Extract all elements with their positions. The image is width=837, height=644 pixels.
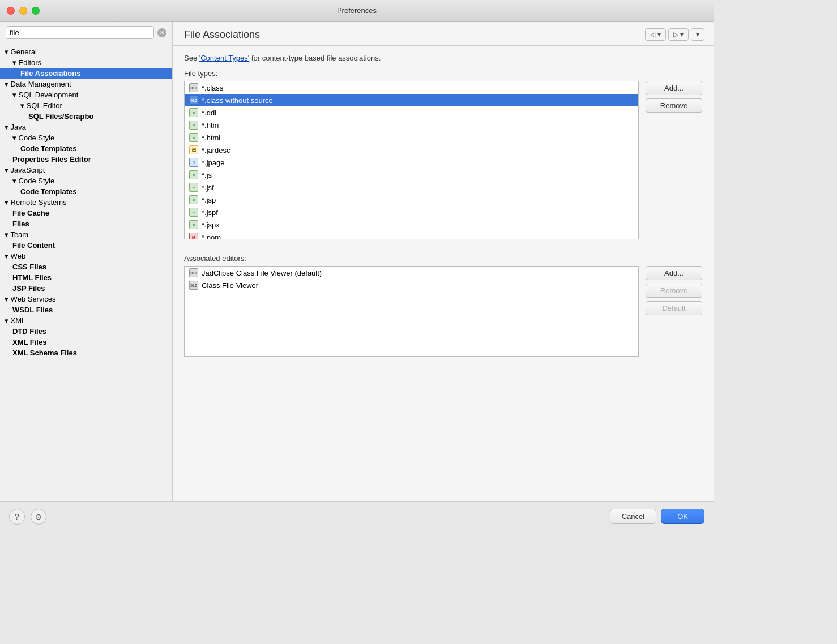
- sidebar-item-remote-systems[interactable]: ▾ Remote Systems: [0, 197, 172, 208]
- sidebar-item-sql-files-scrapbo[interactable]: SQL Files/Scrapbo: [0, 111, 172, 122]
- ok-button[interactable]: OK: [661, 509, 704, 524]
- sidebar-item-dtd-files[interactable]: DTD Files: [0, 326, 172, 337]
- sidebar-item-files[interactable]: Files: [0, 218, 172, 229]
- editors-list[interactable]: 010JadClipse Class File Viewer (default)…: [184, 266, 639, 357]
- content-types-link[interactable]: 'Content Types': [199, 54, 250, 62]
- close-button[interactable]: [7, 7, 15, 15]
- sidebar-item-jsp-files[interactable]: JSP Files: [0, 283, 172, 294]
- sidebar-label-data-management: ▾ Data Management: [5, 80, 71, 88]
- file-type-label-pom: *.pom: [202, 233, 221, 240]
- help-button[interactable]: ?: [9, 509, 25, 525]
- file-type-jpage[interactable]: J*.jpage: [185, 156, 638, 169]
- remove-file-type-button[interactable]: Remove: [646, 98, 702, 113]
- file-types-list-col: 010*.class010*.class without source≡*.dd…: [184, 81, 639, 246]
- sidebar-item-web[interactable]: ▾ Web: [0, 251, 172, 261]
- editor-jadclipse[interactable]: 010JadClipse Class File Viewer (default): [185, 267, 638, 279]
- file-type-class[interactable]: 010*.class: [185, 81, 638, 94]
- sidebar-label-xml: ▾ XML: [5, 316, 25, 325]
- sidebar-label-properties-files-editor: Properties Files Editor: [12, 155, 91, 164]
- editor-classviewer[interactable]: 010Class File Viewer: [185, 279, 638, 291]
- cancel-button[interactable]: Cancel: [610, 509, 656, 524]
- sidebar-label-web: ▾ Web: [5, 252, 25, 260]
- file-icon-class-no-source: 010: [189, 96, 198, 105]
- file-type-js[interactable]: ≡*.js: [185, 169, 638, 181]
- minimize-button[interactable]: [19, 7, 27, 15]
- search-clear-button[interactable]: ✕: [157, 28, 166, 37]
- right-panel: File Associations ◁ ▾ ▷ ▾ ▾ See 'Content…: [173, 22, 714, 501]
- sidebar-item-data-management[interactable]: ▾ Data Management: [0, 79, 172, 89]
- sidebar-item-editors[interactable]: ▾ Editors: [0, 57, 172, 68]
- file-type-htm[interactable]: ≡*.htm: [185, 119, 638, 131]
- file-type-label-class-no-source: *.class without source: [202, 96, 273, 105]
- file-type-html[interactable]: ≡*.html: [185, 131, 638, 144]
- file-type-label-html: *.html: [202, 134, 220, 142]
- remove-editor-button[interactable]: Remove: [646, 284, 702, 298]
- sidebar-item-sql-editor[interactable]: ▾ SQL Editor: [0, 100, 172, 111]
- file-type-jardesc[interactable]: ⚿*.jardesc: [185, 144, 638, 156]
- sidebar-label-code-templates: Code Templates: [20, 144, 76, 153]
- sidebar-item-html-files[interactable]: HTML Files: [0, 272, 172, 283]
- sidebar-item-general[interactable]: ▾ General: [0, 46, 172, 57]
- file-type-pom[interactable]: M*.pom: [185, 231, 638, 239]
- forward-button[interactable]: ▷ ▾: [668, 28, 689, 41]
- sidebar-label-general: ▾ General: [5, 48, 37, 56]
- sidebar-item-wsdl-files[interactable]: WSDL Files: [0, 304, 172, 315]
- back-button[interactable]: ◁ ▾: [645, 28, 665, 41]
- file-type-label-js: *.js: [202, 171, 212, 179]
- editors-buttons: Add... Remove Default: [646, 266, 702, 357]
- sidebar-item-java[interactable]: ▾ Java: [0, 122, 172, 132]
- sidebar-item-web-services[interactable]: ▾ Web Services: [0, 294, 172, 304]
- sidebar-label-js-code-templates: Code Templates: [20, 187, 76, 196]
- panel-title: File Associations: [184, 29, 260, 41]
- sidebar-item-javascript[interactable]: ▾ JavaScript: [0, 165, 172, 175]
- file-icon-pom: M: [189, 233, 198, 239]
- sidebar-item-js-code-style[interactable]: ▾ Code Style: [0, 175, 172, 186]
- sidebar-label-files: Files: [12, 220, 29, 228]
- info-button[interactable]: ⊙: [31, 509, 46, 525]
- editor-label-jadclipse: JadClipse Class File Viewer (default): [202, 269, 322, 277]
- associated-editors-label: Associated editors:: [184, 254, 702, 263]
- file-type-label-htm: *.htm: [202, 121, 219, 130]
- sidebar-item-file-associations[interactable]: File Associations: [0, 68, 172, 79]
- file-type-label-class: *.class: [202, 84, 223, 92]
- file-type-label-jspf: *.jspf: [202, 208, 218, 217]
- file-type-jsf[interactable]: ≡*.jsf: [185, 181, 638, 194]
- sidebar-label-file-associations: File Associations: [20, 69, 80, 78]
- sidebar-item-xml-schema-files[interactable]: XML Schema Files: [0, 347, 172, 358]
- sidebar-item-code-templates[interactable]: Code Templates: [0, 143, 172, 154]
- sidebar-item-js-code-templates[interactable]: Code Templates: [0, 186, 172, 197]
- file-type-jspx[interactable]: ≡*.jspx: [185, 218, 638, 231]
- sidebar-label-sql-files-scrapbo: SQL Files/Scrapbo: [28, 112, 93, 121]
- editor-icon-jadclipse: 010: [189, 268, 198, 277]
- maximize-button[interactable]: [32, 7, 40, 15]
- sidebar-item-properties-files-editor[interactable]: Properties Files Editor: [0, 154, 172, 165]
- sidebar-item-java-code-style[interactable]: ▾ Code Style: [0, 132, 172, 143]
- description-post: for content-type based file associations…: [249, 54, 381, 62]
- sidebar-item-file-cache[interactable]: File Cache: [0, 208, 172, 218]
- search-input[interactable]: [6, 26, 154, 39]
- sidebar-item-sql-development[interactable]: ▾ SQL Development: [0, 89, 172, 100]
- sidebar-item-team[interactable]: ▾ Team: [0, 229, 172, 240]
- sidebar-item-xml[interactable]: ▾ XML: [0, 315, 172, 326]
- file-type-jsp[interactable]: ≡*.jsp: [185, 194, 638, 206]
- file-type-jspf[interactable]: ≡*.jspf: [185, 206, 638, 218]
- bottom-right-buttons: Cancel OK: [610, 509, 704, 524]
- sidebar-label-css-files: CSS Files: [12, 263, 46, 271]
- default-editor-button[interactable]: Default: [646, 301, 702, 315]
- file-types-list[interactable]: 010*.class010*.class without source≡*.dd…: [184, 81, 639, 239]
- sidebar-item-css-files[interactable]: CSS Files: [0, 261, 172, 272]
- file-type-ddl[interactable]: ≡*.ddl: [185, 106, 638, 119]
- sidebar-item-file-content[interactable]: File Content: [0, 240, 172, 251]
- sidebar-label-html-files: HTML Files: [12, 273, 52, 282]
- add-file-type-button[interactable]: Add...: [646, 81, 702, 95]
- file-type-label-ddl: *.ddl: [202, 109, 216, 117]
- menu-button[interactable]: ▾: [691, 28, 704, 41]
- add-editor-button[interactable]: Add...: [646, 266, 702, 280]
- sidebar-label-sql-editor: ▾ SQL Editor: [20, 101, 62, 110]
- sidebar-item-xml-files[interactable]: XML Files: [0, 337, 172, 347]
- file-icon-js: ≡: [189, 170, 198, 179]
- file-type-label-jspx: *.jspx: [202, 221, 220, 229]
- file-icon-htm: ≡: [189, 121, 198, 130]
- file-type-class-no-source[interactable]: 010*.class without source: [185, 94, 638, 106]
- sidebar-label-jsp-files: JSP Files: [12, 284, 45, 293]
